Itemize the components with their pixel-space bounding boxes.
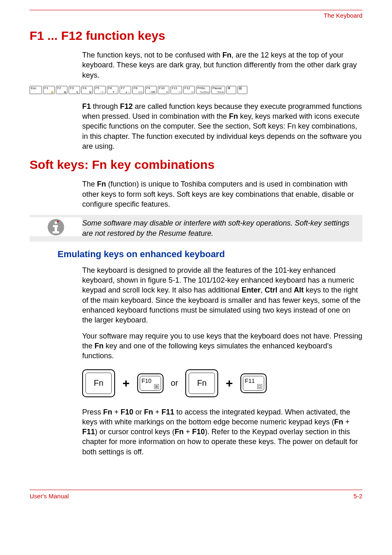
key-f11-sub-icon: ⊡ [257,384,262,389]
svg-rect-4 [53,231,59,233]
kb-key: PauseBreak [211,86,225,94]
svg-point-1 [55,221,57,224]
heading-function-keys: F1 ... F12 function keys [30,29,362,43]
footer: User's Manual 5-2 [30,490,362,500]
fn-bold: Fn [222,51,231,59]
emulating-paragraph-2: Your software may require you to use key… [82,331,362,361]
key-f10-text: F10 [142,378,152,384]
kb-key: F6▼☼ [107,86,118,94]
note-block: Some software may disable or interfere w… [30,215,362,242]
kb-key: F9□/⌨ [145,86,157,94]
key-fn-1: Fn [82,369,115,397]
note-icon-cell [30,217,82,236]
intro-paragraph: The function keys, not to be confused wi… [82,50,362,80]
kb-key: F11⊡ [171,86,182,94]
top-rule [30,10,362,10]
kb-key: Esc [30,86,42,94]
heading-emulating: Emulating keys on enhanced keyboard [58,249,362,260]
intro-a: The function keys, not to be confused wi… [82,51,222,59]
plus-1: + [122,376,130,390]
kb-key: F5□/○ [94,86,106,94]
kb-key: F4⏻ [81,86,93,94]
key-f10-label: F10 ⊞ [140,376,161,391]
kb-key: F3⏾ [69,86,80,94]
key-f11: F11 ⊡ [240,373,267,393]
kb-key: F2🔌 [56,86,67,94]
kb-key: F12⊟ [183,86,195,94]
kb-key: ⊞ [226,86,236,94]
press-paragraph: Press Fn + F10 or Fn + F11 to access the… [82,407,362,457]
key-fn-2: Fn [185,369,218,397]
kb-key: PrtScSysReq [196,86,210,94]
kb-key: F7▲☼ [120,86,131,94]
softkeys-paragraph: The Fn (function) is unique to Toshiba c… [82,179,362,209]
or-text: or [171,378,178,388]
kb-key: F1🔒 [43,86,55,94]
body-paragraph-1: F1 through F12 are called function keys … [82,101,362,151]
emulating-paragraph-1: The keyboard is designed to provide all … [82,265,362,325]
kb-key: ▤ [238,86,247,94]
key-f11-label: F11 ⊡ [243,376,264,391]
kb-key: F10⊞ [158,86,169,94]
kb-key: F8((•)) [132,86,144,94]
footer-left: User's Manual [30,493,69,500]
plus-2: + [226,376,233,390]
key-f10: F10 ⊞ [137,373,164,393]
info-icon [47,218,65,236]
keyboard-row-figure: EscF1🔒F2🔌F3⏾F4⏻F5□/○F6▼☼F7▲☼F8((•))F9□/⌨… [30,86,362,94]
note-text: Some software may disable or interfere w… [82,217,362,239]
footer-right: 5-2 [353,493,362,500]
key-fn-2-label: Fn [189,373,215,394]
fn-combo-figure: Fn + F10 ⊞ or Fn + F11 ⊡ [82,369,362,397]
key-fn-1-label: Fn [85,373,112,394]
key-f10-sub-icon: ⊞ [154,384,159,389]
heading-soft-keys: Soft keys: Fn key combinations [30,158,362,172]
header-section-label: The Keyboard [30,12,362,19]
svg-point-5 [57,221,59,222]
key-f11-text: F11 [245,378,255,384]
